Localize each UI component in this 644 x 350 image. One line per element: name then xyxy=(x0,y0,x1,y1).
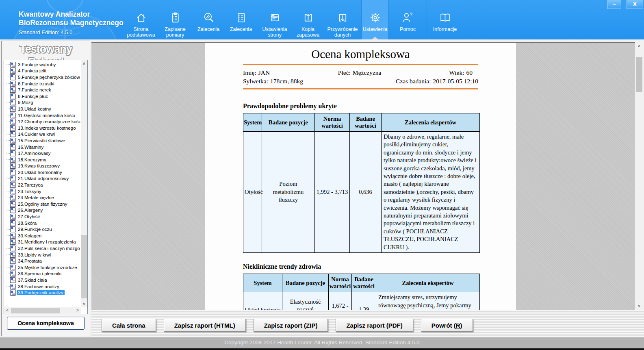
tree-item[interactable]: 27.Otyłość xyxy=(5,213,80,220)
copyright-text: Copyright 2008-2017 Health Leader. All R… xyxy=(224,339,419,346)
tree-connector xyxy=(6,140,10,141)
zapisz-raport-html-button[interactable]: Zapisz raport (HTML) xyxy=(164,319,246,332)
cala-strona-button[interactable]: Cała strona xyxy=(102,319,156,332)
tree-item[interactable]: 8.Funkcje płuc xyxy=(5,93,80,100)
col-badane-pozycje: Badane pozycje xyxy=(282,274,329,292)
toolbar-strona-podstawowa[interactable]: Strona podstawowa xyxy=(124,0,158,39)
scrollbar-thumb[interactable] xyxy=(81,235,87,298)
tree-item[interactable]: 20.Układ hormonalny xyxy=(5,169,80,176)
tree-item[interactable]: 37.Skład ciała xyxy=(5,277,80,283)
tree-horizontal-scrollbar[interactable]: < > xyxy=(4,307,81,314)
tree-item[interactable]: 24.Metale ciężkie xyxy=(5,194,80,201)
zapisz-raport-pdf-button[interactable]: Zapisz raport (PDF) xyxy=(336,319,413,332)
col-norma-wartosci: Norma wartości xyxy=(315,113,350,132)
tree-item-label: 16.Witaminy xyxy=(17,145,45,150)
document-icon xyxy=(10,157,15,163)
chevron-left-icon[interactable]: < xyxy=(4,307,11,314)
tree-item-label: 36.Sperma i plemniki xyxy=(17,271,63,276)
tree-item-label: 9.Mózg xyxy=(17,100,35,105)
tree-item[interactable]: 23.Toksyny xyxy=(5,188,80,195)
tree-item[interactable]: 17.Aminokwasy xyxy=(5,150,80,157)
tree-item-label: 23.Toksyny xyxy=(17,189,43,194)
toolbar-kopia-zapasowa[interactable]: Kopia zapasowa xyxy=(292,0,324,39)
col-zalecenia: Zalecenia ekspertów xyxy=(376,274,480,292)
tree-item[interactable]: 12.Choroby reumatyczne kośc xyxy=(5,118,80,125)
tree-item[interactable]: 39.Podręcznik analizy xyxy=(5,289,80,296)
tree-item[interactable]: 33.Lipidy w krwi xyxy=(5,252,80,258)
chevron-up-icon[interactable]: ∧ xyxy=(635,43,643,49)
section-heading: Prawdopodobne problemy ukryte xyxy=(243,102,478,110)
chevron-down-icon[interactable]: ∨ xyxy=(81,301,87,307)
tree-item[interactable]: 6.Funkcje trzustki xyxy=(5,80,80,87)
ocena-kompleksowa-button[interactable]: Ocena kompleksowa xyxy=(7,317,85,330)
tree-item[interactable]: 22.Tarczyca xyxy=(5,182,80,188)
scrollbar-thumb[interactable] xyxy=(636,57,642,92)
zapisz-raport-zip-button[interactable]: Zapisz raport (ZIP) xyxy=(254,319,328,332)
person-question-icon: ? xyxy=(401,11,414,24)
tree-item[interactable]: 36.Sperma i plemniki xyxy=(5,271,80,277)
document-icon xyxy=(10,265,15,270)
col-zalecenia: Zalecenia ekspertów xyxy=(382,113,480,132)
toolbar-informacje[interactable]: Informacje xyxy=(427,0,463,39)
chevron-down-icon[interactable]: ∨ xyxy=(635,303,643,309)
tree-item[interactable]: 3.Funkcje wątroby xyxy=(5,61,80,68)
document-icon xyxy=(10,87,15,93)
tree-item-label: 17.Aminokwasy xyxy=(17,151,52,156)
app-title-line1: Kwantowy Analizator xyxy=(19,10,124,19)
tree-item-label: 27.Otyłość xyxy=(17,214,41,219)
toolbar-pomoc[interactable]: ? Pomoc xyxy=(389,0,427,39)
tree-connector xyxy=(6,210,10,211)
tree-item-label: 11.Gęstość mineralna kości xyxy=(17,113,76,118)
powrot-button[interactable]: Powrót (R) xyxy=(421,319,473,332)
tree-item[interactable]: 32.Puls serca i naczyń mózgo xyxy=(5,245,80,252)
tree-item[interactable]: 11.Gęstość mineralna kości xyxy=(5,112,80,119)
close-button[interactable]: X xyxy=(627,0,643,9)
toolbar-ustawienia[interactable]: Ustawienia xyxy=(361,0,389,39)
document-icon xyxy=(10,284,15,289)
document-icon xyxy=(10,163,15,169)
tree-connector xyxy=(6,122,10,122)
document-icon xyxy=(10,170,15,175)
tree-item-label: 37.Skład ciała xyxy=(17,278,48,283)
toolbar-ustawienia-strony[interactable]: Ustawienia strony xyxy=(257,0,292,39)
scrollbar-thumb[interactable] xyxy=(11,308,60,313)
tree-item[interactable]: 13.Indeks wzrostu kostnego xyxy=(5,125,80,131)
minimize-button[interactable]: – xyxy=(607,0,621,9)
tree-item[interactable]: 4.Funkcja jelit xyxy=(5,68,80,74)
tree-item[interactable]: 16.Witaminy xyxy=(5,144,80,150)
tree-item[interactable]: 31.Meridiany i rozgałęzienia xyxy=(5,239,80,246)
tree-item-label: 12.Choroby reumatyczne kośc xyxy=(17,119,80,124)
tree-item[interactable]: 7.Funkcje nerek xyxy=(5,87,80,93)
toolbar-zalecenia[interactable]: Zalecenia xyxy=(225,0,257,39)
toolbar-przywrocenie-danych[interactable]: Przywrócenie danych xyxy=(324,0,361,39)
tree-item[interactable]: 10.Układ kostny xyxy=(5,106,80,112)
tree-item[interactable]: 19.Kwas tłuszczowy xyxy=(5,163,80,170)
toolbar-label: Informacje xyxy=(427,26,463,32)
report-page: Ocena kompleksowa Imię:JAN Płeć:Mężczyzn… xyxy=(205,43,516,310)
tree-connector xyxy=(6,128,10,128)
tree-vertical-scrollbar[interactable]: ∧ ∨ xyxy=(81,60,87,307)
tree-item[interactable]: 29.Funkcje oczu xyxy=(5,226,80,233)
tree-item[interactable]: 21.Układ odpornościowy xyxy=(5,176,80,182)
tree-item-label: 20.Układ hormonalny xyxy=(17,170,63,175)
tree-item[interactable]: 25.Ogólny stan fizyczny xyxy=(5,201,80,207)
tree-item[interactable]: 14.Cukier we krwi xyxy=(5,131,80,138)
patient-name: Imię:JAN xyxy=(243,68,322,77)
tree-item[interactable]: 35.Męskie funkcje rozrodcze xyxy=(5,264,80,271)
tree-item[interactable]: 26.Alergeny xyxy=(5,207,80,214)
toolbar-zapisane-pomiary[interactable]: Zapisane pomiary xyxy=(158,0,192,39)
tree-item[interactable]: 34.Prostata xyxy=(5,258,80,264)
tree-item[interactable]: 28.Skóra xyxy=(5,220,80,226)
cell-system: Otyłość xyxy=(243,132,262,253)
tree-item[interactable]: 38.Fachowe analizy xyxy=(5,283,80,290)
tree-item[interactable]: 15.Pierwiastki śladowe xyxy=(5,137,80,144)
report-vertical-scrollbar[interactable]: ∧ ∨ xyxy=(635,43,643,309)
toolbar-rozpocznij-pomiar[interactable]: Zalecenia xyxy=(192,0,225,39)
tree-item[interactable]: 18.Koenzymy xyxy=(5,157,80,163)
tree-item[interactable]: 30.Kolagen xyxy=(5,233,80,239)
tree-item[interactable]: 9.Mózg xyxy=(5,100,80,106)
tree-item[interactable]: 5.Funkcje pęcherzyka żółciow xyxy=(5,74,80,80)
tree-connector xyxy=(6,90,10,90)
chevron-up-icon[interactable]: ∧ xyxy=(81,60,87,67)
chevron-right-icon[interactable]: > xyxy=(74,307,81,314)
